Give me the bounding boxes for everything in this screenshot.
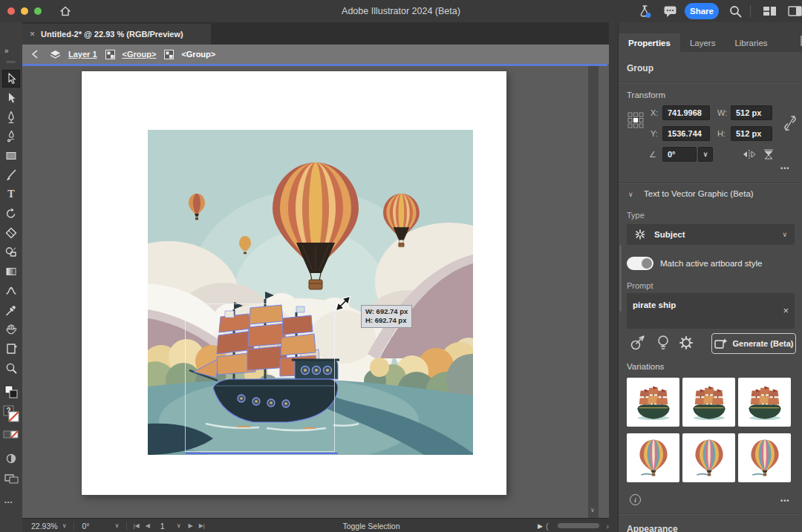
beta-flask-icon[interactable] xyxy=(636,3,653,19)
titlebar-divider xyxy=(750,5,751,17)
suggestions-bulb-icon[interactable] xyxy=(655,334,671,352)
canvas-area[interactable]: W: 692.74 px H: 692.74 px ∨ xyxy=(22,66,599,518)
fill-stroke-swatches[interactable] xyxy=(2,383,20,401)
breadcrumb-group2: <Group> xyxy=(177,50,215,59)
zoom-level-select[interactable]: 22.93%∨ xyxy=(31,519,71,532)
more-options-icon[interactable]: ••• xyxy=(780,165,789,172)
panel-tabs: Properties Layers Libraries xyxy=(619,33,802,52)
artboard-navigation[interactable]: |◀ ◀ 1 ∨ ▶ ▶| xyxy=(130,519,207,532)
selection-tool[interactable] xyxy=(2,70,20,88)
draw-mode-icon[interactable] xyxy=(2,450,20,467)
link-dimensions-icon[interactable] xyxy=(783,113,798,134)
info-icon[interactable]: i xyxy=(630,494,641,505)
y-input[interactable]: 1536.744 xyxy=(662,126,710,141)
variation-thumbnail-ship-2[interactable] xyxy=(682,378,735,427)
prompt-value: pirate ship xyxy=(633,301,676,309)
variation-thumbnail-balloon-2[interactable] xyxy=(682,433,735,482)
h-label: H: xyxy=(717,129,726,138)
y-label: Y: xyxy=(651,129,658,138)
selection-bounding-box[interactable] xyxy=(185,303,335,452)
shape-builder-tool[interactable] xyxy=(2,243,20,261)
selection-type-label: Group xyxy=(627,63,653,73)
ttv-section-label[interactable]: Text to Vector Graphic (Beta) xyxy=(644,189,754,198)
flip-vertical-icon[interactable] xyxy=(763,148,775,160)
width-tool[interactable] xyxy=(2,282,20,300)
rotation-select[interactable]: 0°∨ xyxy=(77,519,123,532)
tab-libraries[interactable]: Libraries xyxy=(725,33,777,52)
generate-button[interactable]: Generate (Beta) xyxy=(711,333,796,354)
variation-thumbnail-ship-3[interactable] xyxy=(738,378,791,427)
prompt-label: Prompt xyxy=(627,281,653,290)
artboard-number: 1 xyxy=(160,522,165,531)
eraser-tool[interactable] xyxy=(2,224,20,242)
breadcrumb-layer[interactable]: Layer 1 xyxy=(65,50,97,59)
document-title: Untitled-2* @ 22.93 % (RGB/Preview) xyxy=(41,30,183,39)
workspace-layout-icon[interactable] xyxy=(760,3,778,19)
breadcrumb-group1[interactable]: <Group> xyxy=(119,50,157,59)
dock-gap xyxy=(609,22,618,532)
collapse-tools-icon[interactable]: » xyxy=(4,47,9,55)
type-dropdown[interactable]: Subject ∨ xyxy=(627,224,795,245)
horizontal-scrollbar-thumb[interactable] xyxy=(558,523,599,528)
type-tool[interactable]: T xyxy=(2,185,20,203)
paintbrush-tool[interactable] xyxy=(2,166,20,184)
rotation-input[interactable]: 0° xyxy=(662,147,697,162)
variation-thumbnail-ship-1[interactable] xyxy=(627,378,679,427)
generation-settings-gear-icon[interactable] xyxy=(678,335,694,352)
canvas-vertical-scrollbar[interactable] xyxy=(588,66,599,518)
artboard-tool[interactable] xyxy=(2,340,20,358)
close-tab-icon[interactable]: × xyxy=(30,29,35,39)
stroke-none-swatch[interactable] xyxy=(2,429,20,442)
rectangle-tool[interactable] xyxy=(2,147,20,165)
prompt-textarea[interactable]: pirate ship × xyxy=(627,293,795,329)
eyedropper-tool[interactable] xyxy=(2,301,20,319)
hand-tool[interactable] xyxy=(2,321,20,338)
tools-drag-handle[interactable] xyxy=(6,61,16,63)
clear-prompt-icon[interactable]: × xyxy=(783,305,789,316)
curvature-tool[interactable] xyxy=(2,128,20,145)
pen-tool[interactable] xyxy=(2,108,20,126)
angle-icon: ∠ xyxy=(649,150,656,160)
generate-icon xyxy=(714,338,728,350)
zoom-tool[interactable] xyxy=(2,359,20,377)
rotate-tool[interactable] xyxy=(2,205,20,223)
search-icon[interactable] xyxy=(726,3,744,19)
measurement-tooltip: W: 692.74 px H: 692.74 px xyxy=(361,305,412,328)
transform-section-label: Transform xyxy=(627,91,665,99)
style-picker-icon[interactable] xyxy=(629,335,647,352)
status-display-select[interactable]: Toggle Selection xyxy=(208,522,535,531)
width-input[interactable]: 512 px xyxy=(731,105,772,120)
fill-none-indicator[interactable]: ? xyxy=(2,404,20,424)
document-tab[interactable]: × Untitled-2* @ 22.93 % (RGB/Preview) xyxy=(22,24,211,45)
tab-layers[interactable]: Layers xyxy=(680,33,726,52)
reference-point-locator[interactable] xyxy=(627,111,645,129)
panel-layout-icon[interactable] xyxy=(786,3,802,19)
status-play-icon[interactable]: ▶ xyxy=(535,519,546,532)
chevron-down-icon: ∨ xyxy=(115,522,120,529)
match-style-toggle[interactable] xyxy=(627,257,653,270)
chevron-down-icon: ∨ xyxy=(177,522,181,529)
panel-more-options-icon[interactable]: ••• xyxy=(780,497,789,505)
x-input[interactable]: 741.9968 xyxy=(662,105,710,120)
back-arrow-icon[interactable] xyxy=(30,49,42,59)
share-button[interactable]: Share xyxy=(685,3,719,19)
height-input[interactable]: 512 px xyxy=(731,126,772,141)
variation-thumbnail-balloon-1[interactable] xyxy=(627,433,679,482)
section-chevron-icon[interactable]: ∨ xyxy=(628,191,633,198)
previous-artboard-icon: ◀ xyxy=(146,522,150,529)
variation-thumbnail-balloon-3[interactable] xyxy=(738,433,791,482)
screen-mode-icon[interactable] xyxy=(2,469,20,487)
gradient-tool[interactable] xyxy=(2,263,20,280)
app-title: Adobe Illustrator 2024 (Beta) xyxy=(0,0,802,22)
divider xyxy=(619,82,802,83)
panel-scrollbar-thumb[interactable] xyxy=(619,245,622,312)
comments-icon[interactable] xyxy=(661,3,679,19)
flip-horizontal-icon[interactable] xyxy=(742,148,757,160)
rotation-dropdown[interactable]: ∨ xyxy=(698,147,713,162)
direct-selection-tool[interactable] xyxy=(2,89,20,107)
scroll-down-icon[interactable]: ∨ xyxy=(590,507,595,513)
tab-properties[interactable]: Properties xyxy=(619,33,680,52)
dock-top-strip xyxy=(619,22,802,33)
titlebar: Adobe Illustrator 2024 (Beta) Share xyxy=(0,0,802,22)
edit-toolbar-icon[interactable]: ••• xyxy=(4,499,13,505)
